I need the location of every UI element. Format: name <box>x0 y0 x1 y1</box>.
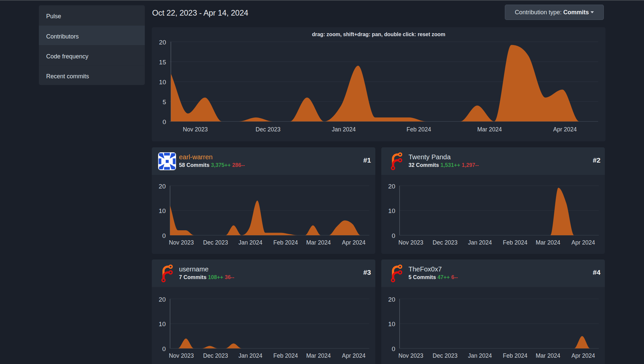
svg-text:Dec 2023: Dec 2023 <box>203 239 228 246</box>
svg-text:Mar 2024: Mar 2024 <box>536 352 560 359</box>
svg-text:Feb 2024: Feb 2024 <box>503 239 527 246</box>
svg-text:Nov 2023: Nov 2023 <box>169 352 194 359</box>
svg-text:Jan 2024: Jan 2024 <box>468 352 492 359</box>
svg-text:Apr 2024: Apr 2024 <box>553 126 577 133</box>
svg-text:Jan 2024: Jan 2024 <box>332 126 356 133</box>
svg-text:5: 5 <box>162 99 166 106</box>
svg-text:Nov 2023: Nov 2023 <box>169 239 194 246</box>
svg-text:10: 10 <box>388 207 395 214</box>
svg-text:0: 0 <box>392 345 395 352</box>
svg-text:drag: zoom, shift+drag: pan, d: drag: zoom, shift+drag: pan, double clic… <box>312 32 445 37</box>
svg-text:20: 20 <box>388 296 395 303</box>
svg-text:20: 20 <box>388 183 395 190</box>
svg-text:Jan 2024: Jan 2024 <box>238 352 262 359</box>
svg-text:Apr 2024: Apr 2024 <box>571 239 595 246</box>
svg-text:0: 0 <box>162 118 166 125</box>
svg-text:Mar 2024: Mar 2024 <box>477 126 502 133</box>
svg-text:0: 0 <box>162 232 166 239</box>
svg-text:10: 10 <box>159 207 166 214</box>
svg-text:Nov 2023: Nov 2023 <box>399 352 423 359</box>
svg-text:Dec 2023: Dec 2023 <box>203 352 228 359</box>
svg-text:Feb 2024: Feb 2024 <box>503 352 527 359</box>
svg-text:Apr 2024: Apr 2024 <box>571 352 595 359</box>
svg-text:10: 10 <box>388 321 395 328</box>
svg-text:Feb 2024: Feb 2024 <box>407 126 431 133</box>
svg-text:Jan 2024: Jan 2024 <box>238 239 262 246</box>
svg-text:10: 10 <box>159 321 166 328</box>
svg-text:20: 20 <box>159 296 166 303</box>
svg-text:20: 20 <box>159 183 166 190</box>
svg-text:Nov 2023: Nov 2023 <box>399 239 423 246</box>
svg-text:Mar 2024: Mar 2024 <box>306 239 331 246</box>
svg-text:Dec 2023: Dec 2023 <box>433 239 458 246</box>
svg-text:0: 0 <box>162 345 166 352</box>
svg-text:Feb 2024: Feb 2024 <box>273 352 298 359</box>
svg-text:Apr 2024: Apr 2024 <box>342 352 365 359</box>
svg-text:Dec 2023: Dec 2023 <box>433 352 458 359</box>
svg-text:Mar 2024: Mar 2024 <box>536 239 560 246</box>
svg-text:Dec 2023: Dec 2023 <box>256 126 281 133</box>
svg-text:Apr 2024: Apr 2024 <box>342 239 365 246</box>
svg-text:0: 0 <box>392 232 395 239</box>
svg-text:Feb 2024: Feb 2024 <box>273 239 298 246</box>
svg-text:Nov 2023: Nov 2023 <box>183 126 208 133</box>
svg-text:15: 15 <box>159 59 166 66</box>
svg-text:Jan 2024: Jan 2024 <box>468 239 492 246</box>
svg-text:Mar 2024: Mar 2024 <box>306 352 331 359</box>
svg-text:10: 10 <box>159 79 166 86</box>
svg-text:20: 20 <box>159 39 166 46</box>
